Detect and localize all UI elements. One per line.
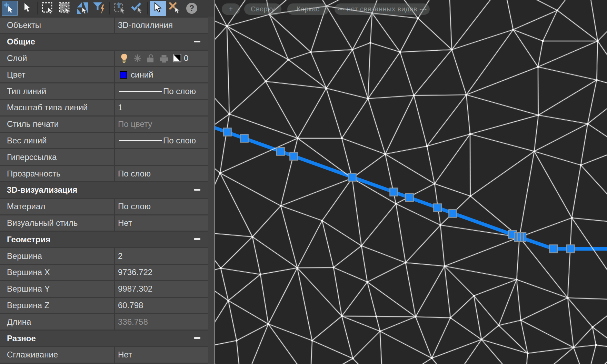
- property-label-cell: Слой: [0, 51, 114, 66]
- property-value[interactable]: 2: [118, 251, 122, 261]
- property-value[interactable]: 9736.722: [118, 267, 152, 277]
- window-selection-button[interactable]: [40, 1, 56, 16]
- collapse-icon[interactable]: [194, 41, 200, 42]
- crossing-selection-button[interactable]: [57, 1, 73, 16]
- property-value-cell[interactable]: Нет: [115, 215, 208, 231]
- view-direction-pill[interactable]: Сверху: [244, 3, 281, 15]
- property-value[interactable]: 1: [118, 103, 122, 112]
- help-button[interactable]: ?: [185, 1, 200, 16]
- properties-scrollbar-gutter[interactable]: [208, 17, 214, 364]
- select-button[interactable]: [19, 1, 35, 16]
- window-select-icon: [41, 1, 54, 15]
- property-value[interactable]: 9987.302: [118, 284, 152, 294]
- viewport-controls-expand-pill[interactable]: +: [222, 3, 240, 15]
- property-value[interactable]: По цвету: [118, 119, 152, 129]
- pointer-mode-button[interactable]: [150, 1, 166, 16]
- stacked-vertex-grip[interactable]: [524, 233, 526, 242]
- collapse-icon[interactable]: [194, 189, 200, 191]
- property-value[interactable]: синий: [131, 70, 153, 80]
- select-by-prototype-button[interactable]: [112, 1, 128, 16]
- property-value[interactable]: Нет: [118, 218, 132, 228]
- layer-on-icon[interactable]: [120, 52, 128, 64]
- property-value-cell[interactable]: 9736.722: [115, 265, 208, 280]
- invert-selection-button[interactable]: [74, 1, 90, 16]
- property-label: Визуальный стиль: [7, 218, 78, 228]
- property-value-cell[interactable]: 336.758: [115, 314, 208, 330]
- property-value[interactable]: По слою: [118, 202, 151, 211]
- quick-filter-button[interactable]: [91, 1, 107, 16]
- color-swatch[interactable]: [120, 71, 127, 79]
- mesh-edges-glow: [215, 0, 607, 364]
- stacked-vertex-grip[interactable]: [520, 233, 523, 242]
- polyline-grip[interactable]: [550, 245, 558, 253]
- apply-button[interactable]: [129, 1, 145, 16]
- stacked-vertex-grip[interactable]: [514, 233, 517, 242]
- property-value[interactable]: 336.758: [118, 317, 148, 327]
- visual-style-pill[interactable]: Каркас: [287, 3, 329, 15]
- section-header[interactable]: Общие: [0, 34, 208, 50]
- property-value-cell[interactable]: 9987.302: [115, 281, 208, 297]
- cursor-icon: [20, 1, 34, 15]
- property-value-cell[interactable]: По цвету: [115, 117, 208, 132]
- property-value[interactable]: 3D-полилиния: [118, 20, 173, 30]
- property-value-cell[interactable]: По слою: [115, 199, 208, 214]
- linked-views-pill[interactable]: --- нет связанных видов ---: [335, 3, 430, 15]
- property-value[interactable]: По слою: [163, 136, 196, 145]
- section-header[interactable]: Разное: [0, 331, 208, 346]
- layer-freeze-icon[interactable]: [134, 52, 141, 64]
- layer-print-icon[interactable]: [160, 52, 168, 64]
- append-selection-button[interactable]: [2, 1, 18, 16]
- tin-surface-mesh[interactable]: [215, 0, 607, 364]
- polyline-grip[interactable]: [449, 210, 457, 218]
- property-value-cell[interactable]: 3D-полилиния: [115, 18, 208, 33]
- property-value-cell[interactable]: Нет: [115, 347, 208, 363]
- layer-name[interactable]: 0: [184, 53, 188, 63]
- prototype-up-icon: [113, 1, 127, 15]
- layer-color-swatch[interactable]: [173, 52, 181, 64]
- property-value-cell[interactable]: 60.798: [115, 298, 208, 313]
- invert-triangles-icon: [75, 1, 89, 15]
- property-value-cell[interactable]: [115, 149, 208, 165]
- property-value-cell[interactable]: По слою: [115, 133, 208, 149]
- property-value-cell[interactable]: По слою: [115, 166, 208, 181]
- property-value-cell[interactable]: синий: [115, 67, 208, 82]
- property-value[interactable]: 60.798: [118, 301, 143, 310]
- property-value-cell[interactable]: 0: [115, 51, 208, 66]
- crossing-select-icon: [58, 1, 72, 15]
- property-value[interactable]: Нет: [118, 350, 132, 360]
- property-label-cell: Прозрачность: [0, 166, 114, 181]
- property-value[interactable]: По слою: [118, 169, 151, 179]
- property-value[interactable]: По слою: [163, 87, 196, 96]
- property-row: Вершина2: [0, 248, 208, 264]
- property-row: МатериалПо слою: [0, 199, 208, 214]
- collapse-icon[interactable]: [194, 337, 200, 339]
- section-header[interactable]: Геометрия: [0, 232, 208, 247]
- property-label-cell: Вершина X: [0, 265, 114, 280]
- polyline-grip[interactable]: [348, 173, 356, 181]
- polyline-grip[interactable]: [390, 188, 398, 196]
- selected-3d-polyline[interactable]: [215, 128, 607, 249]
- drawing-canvas[interactable]: +СверхуКаркас--- нет связанных видов ---: [215, 0, 607, 364]
- stacked-vertex-grip[interactable]: [517, 233, 520, 242]
- polyline-grip[interactable]: [567, 245, 575, 253]
- polyline-grip[interactable]: [277, 148, 285, 155]
- polyline-grip[interactable]: [240, 134, 248, 142]
- polyline-grip[interactable]: [434, 204, 442, 212]
- property-value-cell[interactable]: По слою: [115, 83, 208, 99]
- property-row: Объекты3D-полилиния: [0, 18, 208, 33]
- cursor-box-icon: [151, 1, 165, 15]
- polyline-grip[interactable]: [223, 128, 231, 136]
- property-row: Масштаб типа линий1: [0, 100, 208, 115]
- collapse-icon[interactable]: [194, 238, 200, 240]
- polyline-grip[interactable]: [290, 152, 298, 160]
- layer-lock-icon[interactable]: [147, 52, 156, 64]
- properties-toolbar: ?: [0, 0, 214, 17]
- section-header[interactable]: 3D-визуализация: [0, 182, 208, 198]
- property-label: Масштаб типа линий: [7, 103, 88, 112]
- polyline-grip[interactable]: [406, 194, 414, 202]
- add-cursor-icon: [3, 1, 17, 15]
- clear-selection-button[interactable]: [167, 1, 183, 16]
- check-cursor-icon: [130, 1, 144, 15]
- property-value-cell[interactable]: 1: [115, 100, 208, 115]
- property-value-cell[interactable]: 2: [115, 248, 208, 264]
